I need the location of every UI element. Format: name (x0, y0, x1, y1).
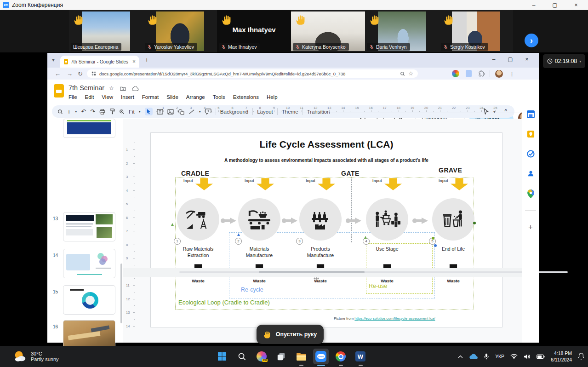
star-document-icon[interactable]: ☆ (109, 86, 114, 91)
add-slide-caret-icon[interactable]: ▾ (75, 109, 77, 114)
menu-help[interactable]: Help (267, 94, 278, 100)
add-addon-icon[interactable]: + (528, 223, 533, 232)
lower-hand-button[interactable]: Опустить руку (257, 325, 324, 344)
extensions-puzzle-icon[interactable] (479, 70, 485, 77)
thumbnail-slide-12[interactable] (63, 119, 115, 138)
participant-tile[interactable]: Шевцова Екатерина (69, 10, 143, 52)
zoom-tool-icon[interactable] (119, 109, 125, 115)
credit-link[interactable]: https://eco-solutise.com/lifecycle-asses… (354, 316, 435, 321)
next-participants-button[interactable]: › (525, 34, 538, 47)
zoom-page-icon[interactable] (400, 71, 405, 76)
participant-tile[interactable]: Kateryna Borysenko (291, 10, 365, 52)
notifications-bell-icon[interactable] (578, 353, 584, 360)
forward-button[interactable]: → (67, 71, 73, 77)
thumb-art (67, 120, 111, 121)
menu-insert[interactable]: Insert (121, 94, 134, 100)
browser-minimize-button[interactable]: – (488, 55, 500, 64)
task-view-button[interactable] (274, 349, 289, 364)
menu-slide[interactable]: Slide (166, 94, 178, 100)
zoom-minimize-button[interactable]: – (526, 0, 542, 10)
browser-maximize-button[interactable]: ▢ (504, 55, 516, 64)
tab-close-icon[interactable]: × (132, 59, 136, 64)
volume-icon[interactable] (524, 354, 531, 360)
reload-button[interactable]: ↻ (78, 71, 83, 77)
menu-edit[interactable]: Edit (85, 94, 94, 100)
ruler-number: 15 (355, 106, 359, 110)
ruler-number: 13 (126, 310, 130, 315)
address-bar[interactable]: docs.google.com/presentation/d/15dO28myr… (87, 69, 418, 78)
onedrive-icon[interactable] (469, 354, 478, 360)
zoom-fit-select[interactable]: Fit (129, 109, 135, 115)
browser-menu-icon[interactable]: ⋮ (509, 71, 515, 77)
ruler-vertical: 1234567891011121314 (122, 127, 136, 338)
language-indicator[interactable]: УКР (495, 354, 504, 359)
keep-icon[interactable] (527, 130, 535, 138)
search-menus-icon[interactable] (57, 109, 63, 115)
taskbar-file-explorer[interactable] (293, 349, 309, 364)
extension-doc-icon[interactable] (466, 70, 472, 77)
taskbar-zoom-app[interactable]: zoom (313, 349, 329, 364)
start-button[interactable] (214, 349, 230, 364)
menu-view[interactable]: View (102, 94, 113, 100)
selection-handle[interactable] (432, 237, 434, 240)
muted-mic-icon (295, 45, 300, 50)
add-slide-button[interactable]: + (67, 108, 71, 115)
muted-mic-icon (147, 45, 152, 50)
battery-icon[interactable] (537, 354, 545, 359)
menu-format[interactable]: Format (142, 94, 159, 100)
document-title[interactable]: 7th Seminar (69, 84, 104, 92)
meeting-timer[interactable]: 02:19:08 ▾ (543, 54, 585, 68)
back-button[interactable]: ← (55, 71, 61, 77)
divider (525, 210, 536, 211)
calendar-icon[interactable] (527, 110, 535, 118)
selection-handle[interactable] (434, 244, 437, 247)
ruler-number: 11 (300, 106, 303, 110)
taskbar-clock[interactable]: 4:18 PM6/11/2024 (551, 350, 572, 363)
site-info-icon[interactable] (91, 71, 96, 76)
browser-tab[interactable]: 7th Seminar - Google Slides × (60, 56, 139, 68)
taskbar-weather[interactable]: 30°CPartly sunny (13, 350, 59, 363)
tab-search-icon[interactable]: ▾ (52, 57, 55, 63)
menu-file[interactable]: File (69, 94, 77, 100)
slide-canvas[interactable]: Life Cycle Assessment (LCA) A methodolog… (150, 132, 502, 327)
horizontal-scrollbar-thumb[interactable] (259, 271, 365, 273)
participant-tile[interactable]: Daria Venhryn (365, 10, 439, 52)
taskbar-word[interactable]: W (353, 349, 368, 364)
thumbnail-slide-16[interactable] (63, 320, 115, 350)
menu-extensions[interactable]: Extensions (233, 94, 259, 100)
zoom-close-button[interactable]: × (568, 0, 584, 10)
wifi-icon[interactable] (510, 354, 518, 359)
maps-icon[interactable] (527, 189, 534, 198)
menu-arrange[interactable]: Arrange (186, 94, 205, 100)
paint-format-icon[interactable] (109, 109, 115, 115)
horizontal-scrollbar-track[interactable] (179, 271, 568, 273)
thumbnail-slide-13[interactable] (63, 212, 115, 241)
selection-handle[interactable] (473, 222, 476, 224)
taskbar-search-button[interactable] (234, 349, 250, 364)
extension-color-icon[interactable] (452, 70, 459, 77)
undo-button[interactable]: ↶ (81, 108, 86, 115)
browser-close-button[interactable]: × (521, 55, 533, 64)
new-tab-button[interactable]: + (145, 57, 148, 63)
slides-app-icon[interactable] (54, 84, 64, 97)
slide-number: 13 (53, 216, 58, 221)
profile-avatar[interactable] (495, 70, 503, 78)
tasks-icon[interactable] (527, 150, 535, 158)
zoom-maximize-button[interactable]: ▢ (547, 0, 563, 10)
move-folder-icon[interactable] (120, 86, 126, 91)
tray-expand-icon[interactable] (458, 355, 463, 358)
taskbar-chrome[interactable] (333, 349, 348, 364)
microphone-icon[interactable] (484, 353, 489, 360)
participant-tile[interactable]: Max Ihnatyev Max Ihnatyev (217, 10, 291, 52)
taskbar-app-paint[interactable]: PRI (254, 349, 269, 364)
menu-tools[interactable]: Tools (213, 94, 225, 100)
participant-tile[interactable]: Sergiy Kostrikov (439, 10, 513, 52)
participant-tile[interactable]: Yaroslav Yakovliev (143, 10, 217, 52)
redo-button[interactable]: ↷ (90, 108, 95, 115)
contacts-icon[interactable] (527, 170, 535, 178)
bookmark-star-icon[interactable]: ☆ (408, 71, 413, 76)
print-icon[interactable] (99, 109, 105, 115)
thumbnail-slide-14[interactable] (63, 249, 115, 278)
thumbnail-slide-15[interactable] (63, 285, 115, 315)
cloud-status-icon[interactable] (132, 86, 139, 91)
